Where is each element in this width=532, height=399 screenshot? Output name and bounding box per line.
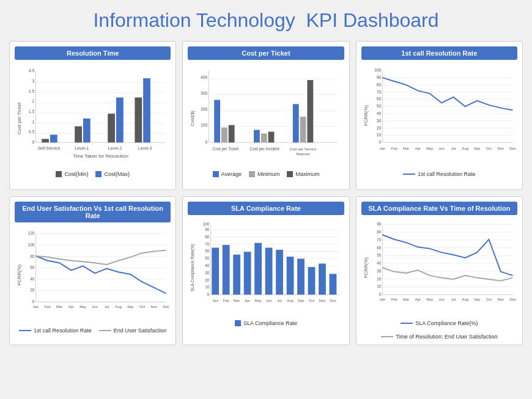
svg-rect-19: [75, 126, 82, 143]
svg-text:Mar: Mar: [56, 305, 62, 309]
svg-text:Jul: Jul: [451, 147, 456, 150]
svg-text:Jul: Jul: [451, 298, 456, 301]
svg-text:60: 60: [376, 97, 381, 101]
svg-text:0: 0: [32, 140, 35, 144]
svg-rect-49: [300, 117, 306, 142]
svg-rect-21: [108, 114, 115, 142]
svg-text:80: 80: [376, 82, 381, 87]
resolution-time-header: Resolution Time: [15, 46, 171, 60]
svg-text:0: 0: [205, 140, 208, 144]
legend-max: Maximum: [287, 171, 319, 177]
eu-satisfaction-chart: FCRR(%) 0 20 40 60 80 100 120: [15, 226, 171, 340]
svg-text:100: 100: [201, 123, 208, 127]
legend-fcrr2: 1st call Resolution Rate: [19, 328, 92, 334]
sla-compliance-card: SLA Compliance Rate SLA Compliance Rate(…: [182, 196, 349, 345]
svg-text:1: 1: [32, 120, 35, 124]
svg-text:FCRR(%): FCRR(%): [363, 105, 368, 126]
svg-text:80: 80: [205, 235, 210, 239]
svg-rect-145: [255, 243, 262, 295]
svg-text:SLA Compliance Rate(%): SLA Compliance Rate(%): [190, 244, 195, 291]
eu-satisfaction-card: End User Satisfaction Vs 1st call Resolu…: [9, 196, 176, 345]
dashboard-grid: Resolution Time Cost per Ticket 0 0.5 1 …: [9, 41, 523, 345]
svg-text:Feb: Feb: [45, 305, 51, 309]
legend-sla: SLA Compliance Rate: [235, 320, 297, 326]
svg-text:Jun: Jun: [438, 147, 444, 150]
svg-text:50: 50: [205, 256, 210, 260]
svg-text:3: 3: [32, 79, 35, 83]
svg-text:Apr: Apr: [68, 305, 74, 309]
svg-text:0.5: 0.5: [29, 130, 35, 134]
svg-text:10: 10: [376, 133, 381, 137]
svg-text:30: 30: [205, 271, 210, 275]
svg-rect-50: [308, 80, 314, 142]
svg-rect-42: [215, 100, 221, 142]
svg-text:20: 20: [376, 126, 381, 130]
svg-text:300: 300: [201, 91, 208, 95]
svg-text:90: 90: [205, 227, 210, 232]
svg-text:Aug: Aug: [462, 298, 468, 301]
legend-item-min: Cost(Min): [56, 171, 88, 177]
svg-rect-24: [143, 78, 150, 142]
svg-text:4.5: 4.5: [29, 68, 35, 73]
svg-text:May: May: [426, 147, 433, 150]
svg-rect-147: [276, 250, 283, 295]
svg-rect-22: [116, 98, 124, 143]
svg-text:Aug: Aug: [462, 147, 468, 150]
svg-text:80: 80: [377, 230, 382, 234]
svg-text:FCRR(%): FCRR(%): [17, 265, 22, 285]
fcrr-chart: FCRR(%) 0 10 20 30 40 50 60 70 80 90 100: [361, 64, 517, 185]
svg-text:Level-2: Level-2: [108, 146, 122, 150]
svg-rect-47: [268, 132, 275, 143]
svg-text:Request: Request: [297, 152, 310, 156]
svg-text:Sep: Sep: [474, 147, 481, 150]
svg-text:Apr: Apr: [245, 299, 250, 302]
legend-eu: End User Satisfaction: [99, 328, 167, 334]
svg-text:Jun: Jun: [266, 299, 272, 302]
svg-text:Sep: Sep: [298, 299, 305, 302]
svg-text:120: 120: [28, 231, 35, 235]
svg-text:Cost per Ticket: Cost per Ticket: [17, 102, 22, 134]
svg-text:20: 20: [377, 277, 382, 281]
svg-text:50: 50: [377, 253, 382, 257]
svg-text:Level-3: Level-3: [138, 146, 152, 150]
svg-text:90: 90: [377, 222, 382, 226]
svg-text:40: 40: [376, 111, 381, 115]
svg-rect-43: [221, 128, 227, 143]
svg-rect-150: [308, 267, 316, 295]
svg-rect-20: [83, 119, 91, 142]
svg-text:Aug: Aug: [116, 305, 122, 309]
svg-text:Mar: Mar: [234, 299, 240, 302]
svg-text:May: May: [426, 298, 433, 301]
cost-per-ticket-chart: Cost($) 0 100 200 300 400: [188, 64, 344, 185]
fcrr-card: 1st call Resolution Rate FCRR(%) 0 10 20…: [356, 41, 523, 190]
svg-text:Jul: Jul: [105, 305, 109, 309]
svg-rect-146: [265, 247, 273, 295]
svg-rect-23: [135, 98, 142, 143]
svg-rect-46: [261, 133, 267, 142]
svg-text:100: 100: [374, 68, 382, 72]
svg-text:Sep: Sep: [127, 305, 134, 309]
svg-text:Apr: Apr: [415, 147, 420, 150]
svg-text:30: 30: [377, 269, 382, 273]
svg-text:Cost($): Cost($): [190, 111, 195, 126]
svg-text:100: 100: [28, 243, 35, 247]
svg-text:20: 20: [205, 278, 210, 282]
svg-text:10: 10: [205, 285, 210, 289]
svg-text:0: 0: [32, 299, 35, 304]
svg-text:Level-1: Level-1: [75, 146, 89, 150]
cost-per-ticket-card: Cost per Ticket Cost($) 0 100 200 300 40…: [182, 41, 349, 190]
svg-text:Time Taken for Resolution: Time Taken for Resolution: [73, 153, 128, 159]
svg-rect-18: [50, 134, 57, 142]
svg-text:Cost per Incident: Cost per Incident: [250, 147, 279, 152]
svg-text:60: 60: [377, 246, 382, 250]
svg-text:50: 50: [376, 104, 381, 108]
svg-text:Nov: Nov: [497, 298, 504, 301]
svg-rect-148: [287, 257, 294, 295]
svg-text:30: 30: [376, 119, 381, 123]
svg-text:40: 40: [377, 261, 382, 265]
svg-text:Mar: Mar: [403, 147, 409, 150]
svg-text:Aug: Aug: [287, 299, 294, 302]
svg-text:Dec: Dec: [163, 305, 169, 309]
svg-text:70: 70: [205, 242, 210, 246]
svg-rect-143: [234, 255, 241, 295]
